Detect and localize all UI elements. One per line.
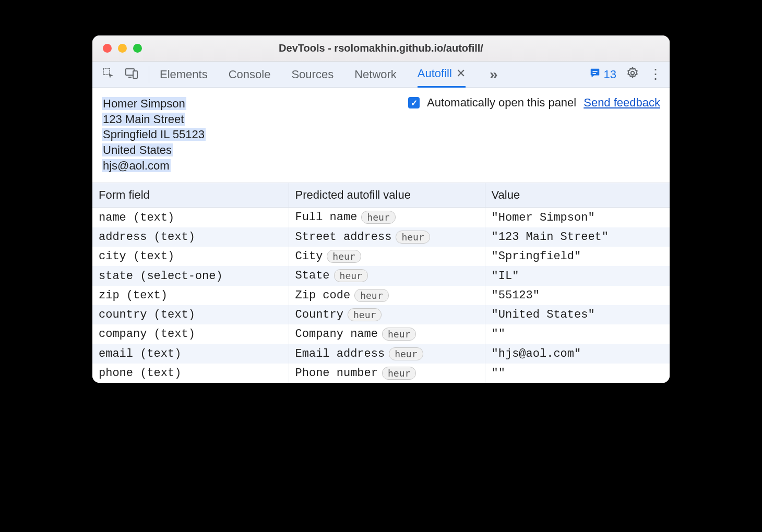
tab-label: Elements [160, 68, 208, 81]
address-email: hjs@aol.com [102, 159, 171, 172]
cell-form-field: phone (text) [92, 364, 289, 383]
window-title: DevTools - rsolomakhin.github.io/autofil… [92, 42, 670, 54]
predicted-text: City [295, 250, 323, 263]
cell-value: "Springfield" [485, 247, 670, 266]
table-row[interactable]: city (text)Cityheur"Springfield" [92, 247, 670, 266]
cell-form-field: name (text) [92, 208, 289, 227]
cell-form-field: address (text) [92, 227, 289, 247]
devtools-window: DevTools - rsolomakhin.github.io/autofil… [92, 35, 670, 383]
tab-network[interactable]: Network [354, 62, 397, 88]
predicted-text: Phone number [295, 367, 378, 380]
predicted-text: Company name [295, 328, 378, 341]
tab-sources[interactable]: Sources [291, 62, 334, 88]
minimize-window-button[interactable] [118, 44, 127, 53]
auto-open-label: Automatically open this panel [427, 96, 576, 110]
heur-badge: heur [354, 289, 388, 302]
address-street: 123 Main Street [102, 113, 185, 126]
cell-form-field: zip (text) [92, 286, 289, 305]
heur-badge: heur [396, 231, 430, 244]
device-toolbar-icon[interactable] [125, 67, 138, 82]
table-row[interactable]: address (text)Street addressheur"123 Mai… [92, 227, 670, 247]
heur-badge: heur [361, 211, 395, 224]
devtools-toolbar: Elements Console Sources Network Autofil… [92, 62, 670, 88]
cell-predicted: Cityheur [289, 247, 485, 266]
predicted-text: Full name [295, 211, 358, 224]
tab-label: Sources [291, 68, 334, 81]
panel-options: ✓ Automatically open this panel Send fee… [408, 96, 660, 110]
cell-form-field: state (select-one) [92, 266, 289, 285]
cell-value: "IL" [485, 266, 670, 285]
chat-icon [589, 67, 601, 82]
toolbar-left-icons [102, 66, 149, 83]
cell-value: "Homer Simpson" [485, 208, 670, 227]
settings-icon[interactable] [626, 66, 639, 83]
tab-elements[interactable]: Elements [160, 62, 208, 88]
svg-rect-5 [592, 73, 596, 74]
table-row[interactable]: zip (text)Zip codeheur"55123" [92, 286, 670, 305]
table-row[interactable]: company (text)Company nameheur"" [92, 324, 670, 344]
table-row[interactable]: phone (text)Phone numberheur"" [92, 364, 670, 383]
predicted-text: Email address [295, 347, 385, 360]
maximize-window-button[interactable] [133, 44, 142, 53]
close-window-button[interactable] [103, 44, 112, 53]
cell-predicted: Zip codeheur [289, 286, 485, 305]
issues-count-text: 13 [604, 68, 616, 81]
column-header-value[interactable]: Value [485, 183, 670, 208]
cell-form-field: company (text) [92, 324, 289, 344]
table-row[interactable]: country (text)Countryheur"United States" [92, 305, 670, 324]
autofill-table: Form field Predicted autofill value Valu… [92, 183, 670, 383]
heur-badge: heur [334, 269, 368, 282]
heur-badge: heur [348, 308, 382, 321]
predicted-text: Zip code [295, 289, 351, 302]
cell-value: "" [485, 364, 670, 383]
predicted-text: State [295, 270, 330, 283]
cell-predicted: Company nameheur [289, 324, 485, 344]
cell-predicted: Countryheur [289, 305, 485, 324]
auto-open-checkbox[interactable]: ✓ [408, 97, 420, 108]
cell-predicted: Full nameheur [289, 208, 485, 227]
svg-rect-3 [133, 71, 137, 78]
titlebar: DevTools - rsolomakhin.github.io/autofil… [92, 35, 670, 62]
cell-value: "hjs@aol.com" [485, 344, 670, 364]
cell-form-field: email (text) [92, 344, 289, 364]
cell-predicted: Email addressheur [289, 344, 485, 364]
cell-predicted: Phone numberheur [289, 364, 485, 383]
tab-label: Autofill [418, 67, 452, 80]
address-name: Homer Simpson [102, 97, 186, 110]
tab-autofill[interactable]: Autofill ✕ [418, 62, 466, 88]
svg-rect-4 [592, 71, 597, 72]
more-tabs-icon[interactable]: » [486, 62, 501, 88]
heur-badge: heur [382, 367, 416, 380]
tab-label: Network [354, 68, 397, 81]
issues-counter[interactable]: 13 [589, 67, 616, 82]
predicted-text: Street address [295, 231, 392, 244]
table-row[interactable]: name (text)Full nameheur"Homer Simpson" [92, 208, 670, 227]
cell-predicted: Street addressheur [289, 227, 485, 247]
svg-point-6 [631, 71, 635, 75]
heur-badge: heur [327, 250, 361, 263]
inspect-element-icon[interactable] [102, 67, 114, 82]
cell-value: "" [485, 324, 670, 344]
column-header-form-field[interactable]: Form field [92, 183, 289, 208]
table-row[interactable]: state (select-one)Stateheur"IL" [92, 266, 670, 285]
predicted-text: Country [295, 308, 343, 321]
tab-console[interactable]: Console [229, 62, 271, 88]
cell-predicted: Stateheur [289, 266, 485, 285]
table-header-row: Form field Predicted autofill value Valu… [92, 183, 670, 208]
heur-badge: heur [389, 347, 423, 360]
cell-value: "123 Main Street" [485, 227, 670, 247]
toolbar-right: 13 ⋮ [589, 66, 662, 83]
close-tab-icon[interactable]: ✕ [456, 67, 466, 80]
column-header-predicted[interactable]: Predicted autofill value [289, 183, 485, 208]
send-feedback-link[interactable]: Send feedback [584, 96, 660, 110]
more-options-icon[interactable]: ⋮ [649, 66, 662, 82]
tab-label: Console [229, 68, 271, 81]
heur-badge: heur [382, 328, 416, 341]
cell-form-field: country (text) [92, 305, 289, 324]
autofill-panel-header: Homer Simpson 123 Main Street Springfiel… [92, 88, 670, 183]
address-country: United States [102, 143, 173, 156]
devtools-tabs: Elements Console Sources Network Autofil… [160, 62, 589, 88]
address-city-state-zip: Springfield IL 55123 [102, 128, 206, 141]
traffic-lights [92, 44, 142, 53]
table-row[interactable]: email (text)Email addressheur"hjs@aol.co… [92, 344, 670, 364]
